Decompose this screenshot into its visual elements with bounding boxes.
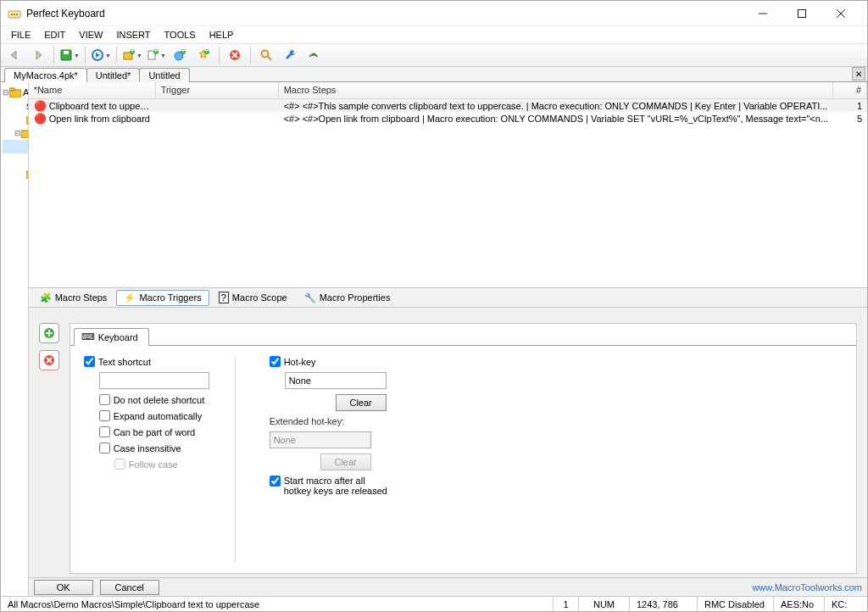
macro-icon: 🔴: [34, 100, 47, 112]
hotkey-input[interactable]: [285, 372, 387, 389]
doc-tab-0[interactable]: MyMacros.4pk*: [4, 68, 87, 82]
label: Start macro after all hotkey keys are re…: [284, 476, 388, 496]
tab-macro-triggers[interactable]: ⚡Macro Triggers: [116, 290, 209, 306]
editor-bottom-bar: OK Cancel www.MacroToolworks.com: [29, 577, 867, 596]
tree-item-advanced[interactable]: Advanced: [3, 153, 29, 167]
cell-steps: <#> <#>This sample converts clipboard te…: [279, 101, 833, 111]
list-row[interactable]: 🔴 Clipboard text to uppercase <#> <#>Thi…: [29, 99, 867, 112]
props-icon: 🔧: [304, 292, 316, 303]
menu-help[interactable]: HELP: [203, 28, 241, 42]
steps-icon: 🧩: [40, 292, 52, 303]
cell-num: 1: [833, 101, 867, 111]
label: Case insensitive: [114, 443, 181, 453]
status-kc: KC:: [825, 597, 867, 611]
svg-point-25: [262, 51, 269, 58]
menu-edit[interactable]: EDIT: [37, 28, 72, 42]
macro-tree[interactable]: ⊟ All Macros S Softpedia My Macros ⊟ Dem…: [1, 82, 29, 596]
start-after-release-checkbox[interactable]: [270, 476, 281, 487]
tab-macro-steps[interactable]: 🧩Macro Steps: [32, 290, 115, 306]
tabs-close-button[interactable]: ✕: [852, 67, 865, 81]
svg-rect-28: [9, 88, 14, 91]
menu-insert[interactable]: INSERT: [109, 28, 157, 42]
col-num[interactable]: #: [833, 82, 867, 98]
editor-tab-keyboard[interactable]: ⌨ Keyboard: [74, 328, 149, 346]
svg-rect-5: [798, 9, 806, 17]
svg-line-26: [268, 57, 271, 60]
extended-hotkey-clear-button: Clear: [320, 453, 371, 470]
cell-name: Clipboard text to uppercase: [49, 101, 156, 111]
add-favorite-button[interactable]: +: [193, 45, 214, 65]
cell-name: Open link from clipboard: [49, 114, 150, 124]
cancel-button[interactable]: Cancel: [100, 580, 159, 595]
menu-view[interactable]: VIEW: [72, 28, 109, 42]
new-group-button[interactable]: +▼: [122, 45, 142, 65]
col-trigger[interactable]: Trigger: [156, 82, 279, 98]
svg-text:+: +: [204, 48, 209, 55]
extended-hotkey-label: Extended hot-key:: [270, 416, 388, 426]
svg-text:+: +: [181, 48, 186, 55]
delete-button[interactable]: [225, 45, 245, 65]
folder-icon: [21, 126, 29, 140]
dont-delete-checkbox[interactable]: [99, 394, 110, 405]
folder-icon: [9, 86, 21, 99]
label: Do not delete shortcut: [114, 395, 205, 405]
close-button[interactable]: [821, 1, 860, 26]
svg-point-1: [11, 14, 13, 15]
forward-button[interactable]: [28, 45, 48, 65]
add-global-button[interactable]: +: [170, 45, 190, 65]
tree-item-simple[interactable]: Simple: [3, 140, 29, 153]
part-of-word-checkbox[interactable]: [99, 426, 110, 437]
hotkey-clear-button[interactable]: Clear: [336, 394, 387, 411]
col-name[interactable]: *Name: [29, 82, 156, 98]
menu-tools[interactable]: TOOLS: [158, 28, 203, 42]
macro-list[interactable]: 🔴 Clipboard text to uppercase <#> <#>Thi…: [29, 99, 867, 287]
doc-tab-2[interactable]: Untitled: [139, 68, 189, 82]
tab-label: Macro Scope: [232, 292, 287, 303]
text-shortcut-input[interactable]: [99, 372, 209, 389]
remove-trigger-button[interactable]: [39, 350, 59, 370]
scope-icon: ?: [219, 292, 229, 303]
minimize-button[interactable]: [743, 1, 782, 26]
menu-bar: FILE EDIT VIEW INSERT TOOLS HELP: [1, 26, 867, 43]
keyboard-icon: ⌨: [81, 331, 95, 342]
tree-root[interactable]: ⊟ All Macros: [3, 86, 26, 99]
tree-item-demo[interactable]: ⊟ Demo Macros: [3, 126, 26, 140]
help-button[interactable]: [303, 45, 324, 65]
doc-tab-1[interactable]: Untitled*: [86, 68, 141, 82]
cell-num: 5: [833, 114, 867, 124]
wrench-button[interactable]: [280, 45, 300, 65]
macro-icon: 🔴: [34, 113, 47, 125]
toolbar: ▼ ▼ +▼ +▼ + +: [1, 43, 867, 67]
website-link[interactable]: www.MacroToolworks.com: [752, 582, 862, 593]
add-trigger-button[interactable]: [39, 323, 59, 343]
follow-case-checkbox: [114, 459, 125, 470]
svg-point-3: [16, 14, 18, 15]
tree-item-templates[interactable]: Macro Templates: [3, 167, 26, 181]
document-tabs: MyMacros.4pk* Untitled* Untitled ✕: [1, 67, 867, 82]
menu-file[interactable]: FILE: [4, 28, 37, 42]
expand-auto-checkbox[interactable]: [99, 410, 110, 421]
status-coords: 1243, 786: [630, 597, 698, 611]
case-insensitive-checkbox[interactable]: [99, 442, 110, 453]
ok-button[interactable]: OK: [34, 580, 93, 595]
back-button[interactable]: [4, 45, 25, 65]
text-shortcut-checkbox[interactable]: [84, 356, 95, 367]
list-row[interactable]: 🔴 Open link from clipboard <#> <#>Open l…: [29, 112, 867, 125]
hotkey-checkbox[interactable]: [270, 356, 281, 367]
col-steps[interactable]: Macro Steps: [279, 82, 833, 98]
tree-item-softpedia[interactable]: S Softpedia: [3, 99, 26, 113]
tree-label: All Macros: [23, 87, 29, 97]
tab-macro-scope[interactable]: ?Macro Scope: [211, 289, 295, 306]
run-button[interactable]: ▼: [91, 45, 111, 65]
save-button[interactable]: ▼: [59, 45, 80, 65]
new-macro-button[interactable]: +▼: [146, 45, 166, 65]
tab-macro-properties[interactable]: 🔧Macro Properties: [297, 290, 398, 306]
maximize-button[interactable]: [782, 1, 821, 26]
status-bar: All Macros\Demo Macros\Simple\Clipboard …: [1, 596, 867, 611]
search-button[interactable]: [256, 45, 276, 65]
status-count: 1: [554, 597, 579, 611]
tab-label: Keyboard: [98, 332, 138, 342]
label: Follow case: [129, 459, 178, 470]
tree-item-mymacros[interactable]: My Macros: [3, 113, 26, 126]
status-aes: AES:No: [774, 597, 825, 611]
